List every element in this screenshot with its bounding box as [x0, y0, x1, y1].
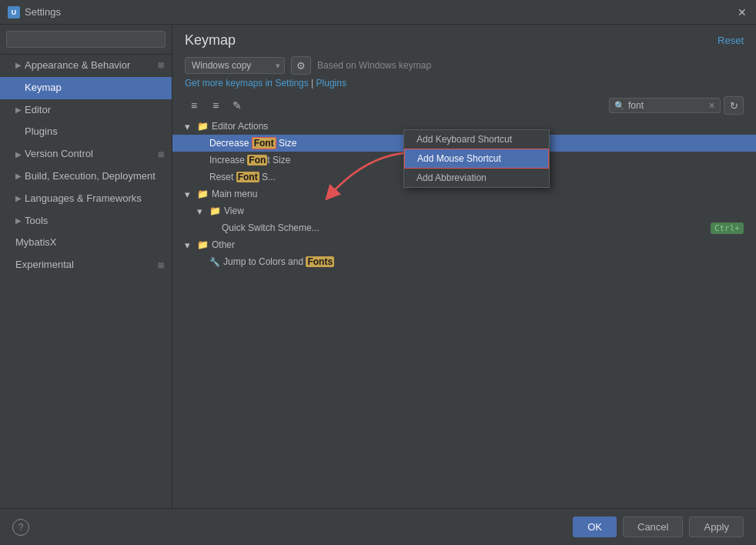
help-icon: ?	[18, 522, 24, 533]
sort-alt-button[interactable]: ≡	[206, 97, 225, 114]
sidebar-item-editor[interactable]: ▶ Editor	[0, 99, 172, 122]
help-button[interactable]: ?	[12, 519, 29, 536]
search-icon: 🔍	[614, 101, 625, 111]
sidebar-item-label: Build, Execution, Deployment	[25, 169, 156, 185]
main-content: ▶ Appearance & Behavior ⊞ Keymap ▶ Edito…	[0, 25, 756, 508]
sidebar: ▶ Appearance & Behavior ⊞ Keymap ▶ Edito…	[0, 25, 172, 508]
wrench-icon: 🔧	[209, 257, 220, 267]
expand-arrow-icon: ▾	[185, 189, 197, 200]
expand-arrow-icon: ▾	[185, 239, 197, 251]
settings-window: U Settings ✕ ▶ Appearance & Behavior ⊞ K…	[0, 0, 756, 545]
bottom-bar: ? OK Cancel Apply	[0, 508, 756, 545]
window-title: Settings	[25, 6, 736, 18]
context-menu-item-add-abbreviation[interactable]: Add Abbreviation	[404, 169, 549, 187]
expand-arrow-icon: ▶	[15, 104, 22, 116]
keymap-select-wrapper: Windows copy	[185, 57, 285, 74]
ok-button[interactable]: OK	[573, 517, 617, 537]
expand-arrow-icon: ▾	[197, 206, 209, 217]
sidebar-item-label: Experimental	[15, 257, 74, 273]
section-label: View	[224, 206, 244, 216]
sidebar-item-appearance[interactable]: ▶ Appearance & Behavior ⊞	[0, 55, 172, 77]
item-label: Decrease Font Size	[209, 138, 296, 149]
sidebar-item-version-control[interactable]: ▶ Version Control ⊞	[0, 143, 172, 166]
vcs-icon: ⊞	[158, 149, 164, 161]
sidebar-item-label: Tools	[25, 213, 48, 229]
based-on-text: Based on Windows keymap	[317, 60, 431, 71]
sync-button[interactable]: ↻	[724, 96, 744, 115]
sidebar-item-keymap[interactable]: Keymap	[0, 77, 172, 99]
edit-button[interactable]: ✎	[228, 97, 246, 114]
folder-icon: 📁	[197, 239, 209, 250]
search-box: 🔍 ✕	[609, 98, 721, 113]
keymap-select[interactable]: Windows copy	[185, 57, 285, 74]
get-keymaps-link[interactable]: Get more keymaps in Settings	[185, 78, 309, 89]
tree-section-main-menu[interactable]: ▾ 📁 Main menu	[172, 186, 756, 202]
panel-title: Keymap	[185, 32, 236, 48]
sidebar-item-label: Appearance & Behavior	[25, 58, 130, 74]
sidebar-item-label: Version Control	[25, 146, 93, 162]
action-toolbar: ≡ ≡ ✎ 🔍 ✕ ↻	[172, 93, 756, 118]
context-menu-item-add-mouse[interactable]: Add Mouse Shortcut	[404, 149, 549, 169]
tree-section-other[interactable]: ▾ 📁 Other	[172, 236, 756, 253]
sidebar-item-mybatisx[interactable]: MybatisX	[0, 232, 172, 254]
highlight-font: Font	[252, 137, 276, 149]
sidebar-item-languages[interactable]: ▶ Languages & Frameworks	[0, 188, 172, 210]
app-icon: U	[8, 6, 20, 18]
highlight-fon: Fon	[247, 155, 267, 166]
sidebar-item-build[interactable]: ▶ Build, Execution, Deployment	[0, 166, 172, 188]
expand-arrow-icon: ▶	[15, 192, 22, 205]
sidebar-item-experimental[interactable]: Experimental ⊞	[0, 254, 172, 276]
sidebar-item-plugins[interactable]: Plugins	[0, 121, 172, 143]
expand-icon: ⊞	[158, 59, 164, 72]
shortcut-badge: Ctrl+	[711, 222, 744, 234]
item-label: Jump to Colors and Fonts	[223, 256, 334, 267]
apply-button[interactable]: Apply	[689, 517, 744, 537]
expand-arrow-icon: ▶	[15, 215, 22, 227]
expand-arrow-icon: ▶	[15, 170, 22, 182]
item-label: Reset Font S...	[209, 172, 276, 182]
highlight-fonts: Fonts	[306, 256, 334, 267]
highlight-font2: Font	[236, 172, 259, 182]
expand-arrow-icon: ▶	[15, 59, 22, 72]
item-label: Increase Font Size	[209, 155, 290, 166]
panel-header: Keymap Reset	[172, 25, 756, 53]
gear-button[interactable]: ⚙	[291, 56, 311, 75]
context-menu-item-add-keyboard[interactable]: Add Keyboard Shortcut	[404, 130, 549, 149]
expand-arrow-icon: ▾	[185, 121, 197, 132]
keymaps-link-area: Get more keymaps in Settings | Plugins	[172, 78, 756, 93]
tree-item-quick-switch[interactable]: Quick Switch Scheme... Ctrl+	[172, 219, 756, 236]
reset-button[interactable]: Reset	[718, 35, 744, 46]
close-button[interactable]: ✕	[736, 6, 748, 18]
folder-icon: 📁	[197, 189, 209, 199]
search-input[interactable]	[628, 100, 705, 111]
sidebar-search-input[interactable]	[6, 31, 166, 48]
section-label: Editor Actions	[212, 121, 268, 132]
experimental-icon: ⊞	[158, 259, 164, 272]
keymap-toolbar: Windows copy ⚙ Based on Windows keymap	[172, 53, 756, 78]
title-bar: U Settings ✕	[0, 0, 756, 25]
tree-section-view[interactable]: ▾ 📁 View	[172, 202, 756, 219]
right-panel: Keymap Reset Windows copy ⚙ Based on Win…	[172, 25, 756, 508]
sidebar-item-label: Keymap	[25, 80, 62, 96]
clear-search-button[interactable]: ✕	[708, 101, 715, 111]
section-label: Other	[212, 239, 235, 250]
dialog-buttons: OK Cancel Apply	[573, 517, 744, 537]
sidebar-item-label: Plugins	[25, 124, 58, 140]
tree-area: ▾ 📁 Editor Actions Decrease Font Size In…	[172, 118, 756, 508]
tree-item-jump-colors[interactable]: 🔧 Jump to Colors and Fonts	[172, 253, 756, 270]
expand-arrow-icon: ▶	[15, 149, 22, 161]
cancel-button[interactable]: Cancel	[623, 517, 683, 537]
sidebar-item-label: MybatisX	[15, 235, 56, 251]
sidebar-item-label: Languages & Frameworks	[25, 191, 142, 207]
context-menu: Add Keyboard Shortcut Add Mouse Shortcut…	[403, 129, 550, 188]
item-label: Quick Switch Scheme...	[222, 222, 319, 233]
sidebar-search-area	[0, 25, 172, 55]
sidebar-item-label: Editor	[25, 102, 51, 119]
folder-icon: 📁	[209, 206, 221, 216]
section-label: Main menu	[212, 189, 257, 199]
sidebar-item-tools[interactable]: ▶ Tools	[0, 210, 172, 232]
sort-button[interactable]: ≡	[185, 97, 203, 114]
plugins-link[interactable]: Plugins	[316, 78, 346, 89]
folder-icon: 📁	[197, 121, 209, 132]
